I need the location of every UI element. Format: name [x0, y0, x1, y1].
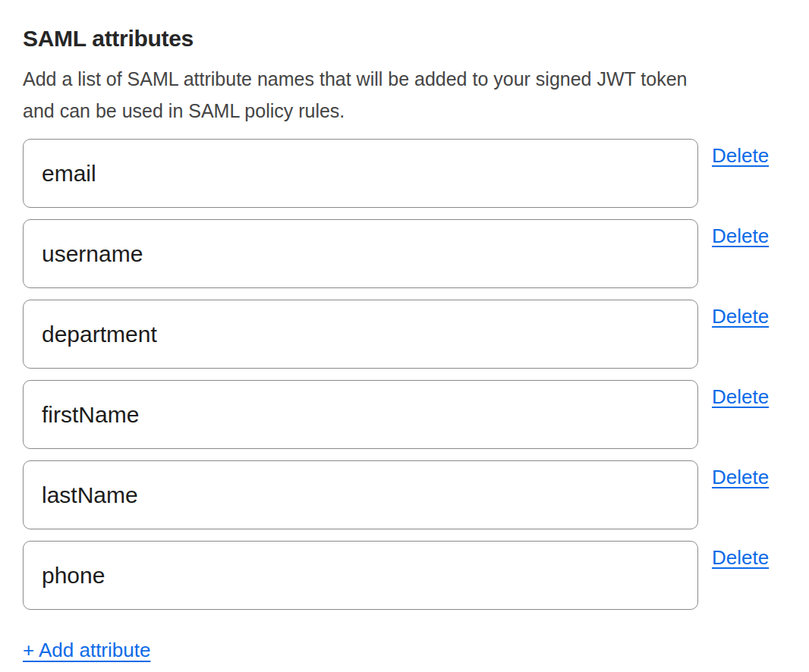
attribute-row: Delete — [23, 380, 786, 449]
page-description: Add a list of SAML attribute names that … — [23, 63, 786, 127]
attribute-name-input[interactable] — [23, 139, 698, 208]
attribute-row: Delete — [23, 219, 786, 288]
attribute-name-input[interactable] — [23, 460, 698, 529]
description-line-1: Add a list of SAML attribute names that … — [23, 68, 687, 89]
delete-attribute-link[interactable]: Delete — [712, 224, 769, 248]
attribute-row: Delete — [23, 300, 786, 369]
delete-attribute-link[interactable]: Delete — [712, 143, 769, 168]
delete-attribute-link[interactable]: Delete — [712, 465, 769, 489]
attribute-list: Delete Delete Delete Delete Delete — [23, 139, 786, 610]
page-title: SAML attributes — [23, 24, 786, 53]
attribute-row: Delete — [23, 139, 786, 208]
delete-attribute-link[interactable]: Delete — [712, 385, 769, 409]
delete-attribute-link[interactable]: Delete — [712, 545, 769, 570]
description-line-2: and can be used in SAML policy rules. — [23, 100, 345, 121]
attribute-name-input[interactable] — [23, 300, 698, 369]
attribute-row: Delete — [23, 541, 786, 610]
attribute-name-input[interactable] — [23, 541, 698, 610]
attribute-row: Delete — [23, 460, 786, 529]
attribute-name-input[interactable] — [23, 380, 698, 449]
attribute-name-input[interactable] — [23, 219, 698, 288]
saml-attributes-panel: SAML attributes Add a list of SAML attri… — [0, 0, 809, 672]
delete-attribute-link[interactable]: Delete — [712, 304, 769, 328]
add-attribute-link[interactable]: + Add attribute — [23, 638, 150, 662]
